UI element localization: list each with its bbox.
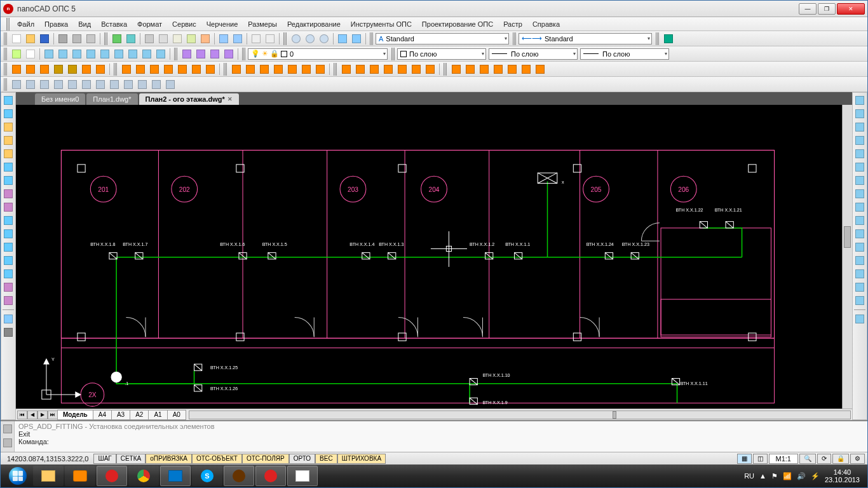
layer-tool-3[interactable] (208, 48, 221, 60)
drawing-canvas[interactable]: x Y .1 (16, 105, 852, 409)
draw-table-button[interactable] (2, 254, 15, 267)
ops-tool-23[interactable] (368, 63, 381, 76)
ops-tool-31[interactable] (492, 63, 505, 76)
dim-ordinate-button[interactable] (71, 48, 83, 60)
scale-combo[interactable]: М1:1 (769, 454, 798, 464)
view3d-tool-3[interactable] (52, 78, 65, 91)
ops-tool-28[interactable] (450, 63, 463, 76)
layer-tool-2[interactable] (194, 48, 207, 60)
cmd-tool-2[interactable] (1, 437, 14, 449)
dimstyle-combo[interactable]: ⟵⟶Standard (519, 33, 652, 44)
command-log[interactable]: OPS_ADD_FITTING - Установка соединительн… (15, 421, 867, 452)
taskbar-chrome[interactable] (128, 466, 159, 486)
grid-mode-icon[interactable]: ▦ (737, 454, 752, 464)
ops-tool-24[interactable] (382, 63, 395, 76)
modify-copy-button[interactable] (853, 107, 866, 120)
modify-join-button[interactable] (853, 254, 866, 267)
ops-tool-17[interactable] (272, 63, 285, 76)
layout-nav-next[interactable]: ▶ (37, 410, 48, 419)
import-button[interactable] (111, 32, 123, 45)
menu-файл[interactable]: Файл (12, 19, 39, 29)
preview-button[interactable] (71, 32, 83, 45)
status-ШТРИХОВКА[interactable]: ШТРИХОВКА (337, 454, 386, 464)
ops-tool-11[interactable] (176, 63, 189, 76)
status-СЕТКА[interactable]: СЕТКА (116, 454, 146, 464)
menu-редактирование[interactable]: Редактирование (282, 19, 346, 29)
horizontal-scrollbar[interactable] (189, 410, 851, 419)
taskbar-paint[interactable] (287, 466, 318, 486)
modify-trim-button[interactable] (853, 214, 866, 227)
status-оПРИВЯЗКА[interactable]: оПРИВЯЗКА (146, 454, 192, 464)
modify-offset-button[interactable] (853, 134, 866, 147)
view3d-tool-7[interactable] (108, 78, 121, 91)
layout-nav-first[interactable]: ⏮ (17, 410, 27, 419)
ops-tool-26[interactable] (410, 63, 423, 76)
ops-tool-27[interactable] (424, 63, 437, 76)
modify-stretch-button[interactable] (853, 201, 866, 214)
distance-button[interactable] (264, 32, 276, 45)
view3d-tool-1[interactable] (24, 78, 37, 91)
draw-polyline-button[interactable] (2, 107, 15, 120)
view3d-tool-4[interactable] (66, 78, 79, 91)
layer-tool-4[interactable] (222, 48, 235, 60)
layout-tab-A2[interactable]: A2 (130, 410, 149, 420)
draw-polygon-button[interactable] (2, 134, 15, 147)
start-button[interactable] (3, 466, 32, 486)
ops-tool-22[interactable] (354, 63, 367, 76)
modify-move-button[interactable] (853, 161, 866, 173)
ops-tool-25[interactable] (396, 63, 409, 76)
modify-abc-button[interactable] (853, 313, 866, 325)
dim-baseline-button[interactable] (140, 48, 153, 60)
pointer-tool[interactable] (24, 48, 37, 60)
layer-tool-1[interactable] (180, 48, 193, 60)
ops-tool-5[interactable] (80, 63, 93, 76)
tab-close-icon[interactable]: ✕ (227, 96, 233, 102)
view3d-tool-0[interactable] (10, 78, 23, 91)
zoom-extents-button[interactable] (304, 32, 316, 45)
modify-scale-button[interactable] (853, 187, 866, 200)
cmd-tool-1[interactable] (1, 423, 14, 435)
dim-arc-button[interactable] (126, 48, 139, 60)
status-ШАГ[interactable]: ШАГ (93, 454, 116, 464)
zoom-window-button[interactable] (290, 32, 302, 45)
redo-button[interactable] (231, 32, 244, 45)
ops-tool-4[interactable] (66, 63, 79, 76)
menu-размеры[interactable]: Размеры (243, 19, 282, 29)
dim-angular-button[interactable] (112, 48, 125, 60)
plot-setup-button[interactable] (85, 32, 97, 45)
status-regen-icon[interactable]: ⟳ (817, 454, 831, 464)
status-settings-icon[interactable]: ⚙ (850, 454, 865, 464)
tray-flag-icon[interactable]: ⚑ (771, 472, 778, 480)
ops-tool-2[interactable] (38, 63, 51, 76)
ops-tool-20[interactable] (314, 63, 327, 76)
lang-indicator[interactable]: RU (744, 472, 754, 480)
brush-button[interactable] (199, 32, 212, 45)
tray-battery-icon[interactable]: ⚡ (811, 472, 820, 480)
ops-tool-13[interactable] (204, 63, 217, 76)
ops-tool-19[interactable] (300, 63, 313, 76)
ops-tool-14[interactable] (230, 63, 243, 76)
ops-tool-34[interactable] (534, 63, 546, 76)
layout-tab-A3[interactable]: A3 (111, 410, 130, 420)
linetype-combo[interactable]: По слою (580, 48, 669, 60)
menu-справка[interactable]: Справка (527, 19, 565, 29)
taskbar-opera[interactable] (97, 466, 127, 486)
menu-инструменты опс[interactable]: Инструменты ОПС (346, 19, 417, 29)
modify-fillet-button[interactable] (853, 281, 866, 294)
modify-extend-button[interactable] (853, 227, 866, 240)
modify-mirror-button[interactable] (853, 121, 866, 133)
layer-color-combo[interactable]: По слою (397, 48, 486, 60)
view3d-tool-5[interactable] (80, 78, 93, 91)
modify-break-button[interactable] (853, 241, 866, 254)
save-button[interactable] (38, 32, 51, 45)
menu-проектирование опс[interactable]: Проектирование ОПС (417, 19, 498, 29)
regen-button[interactable] (350, 32, 363, 45)
modify-chamfer-button[interactable] (853, 268, 866, 280)
ops-tool-18[interactable] (286, 63, 299, 76)
open-button[interactable] (24, 32, 37, 45)
draw-arc-button[interactable] (2, 147, 15, 160)
textstyle-combo[interactable]: AStandard (376, 33, 509, 44)
draw-text-button[interactable] (2, 281, 15, 294)
modify-erase-button[interactable] (853, 94, 866, 107)
doc-tab[interactable]: План2 - ого этажа.dwg*✕ (139, 93, 239, 105)
